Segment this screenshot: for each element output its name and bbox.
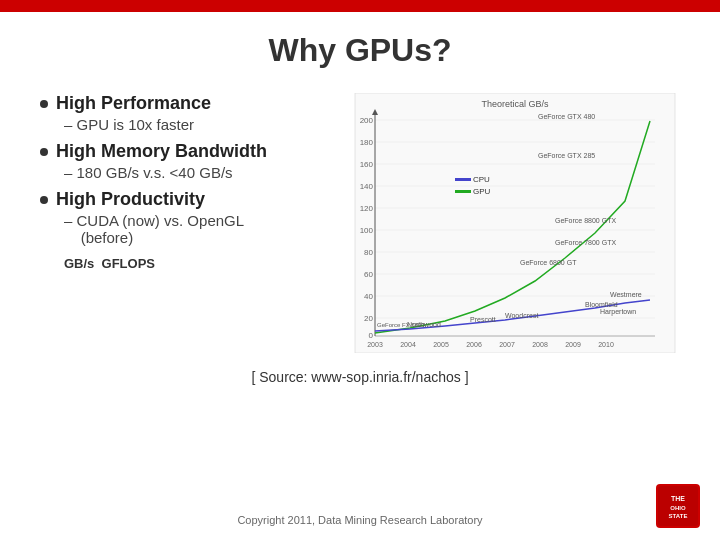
svg-text:20: 20 xyxy=(364,314,373,323)
svg-text:2005: 2005 xyxy=(433,341,449,348)
svg-text:GeForce GTX 285: GeForce GTX 285 xyxy=(538,152,595,159)
osu-logo-image: THE OHIO STATE xyxy=(656,484,700,528)
svg-text:2008: 2008 xyxy=(532,341,548,348)
svg-text:Prescott: Prescott xyxy=(470,316,496,323)
bullet-dot-1 xyxy=(40,100,48,108)
svg-text:2006: 2006 xyxy=(466,341,482,348)
svg-rect-34 xyxy=(455,178,471,181)
bullet-main-3: High Productivity xyxy=(40,189,340,210)
bullet-dot-2 xyxy=(40,148,48,156)
svg-text:40: 40 xyxy=(364,292,373,301)
left-column: High Performance GPU is 10x faster High … xyxy=(40,93,340,357)
chart-svg: Theoretical GB/s 200 180 160 140 120 100… xyxy=(350,93,680,353)
bullet-sub-2: 180 GB/s v.s. <40 GB/s xyxy=(64,164,340,181)
svg-text:200: 200 xyxy=(360,116,374,125)
source-text: [ Source: www-sop.inria.fr/nachos ] xyxy=(40,369,680,385)
bullet-sub-3: CUDA (now) vs. OpenGL (before) xyxy=(64,212,340,246)
svg-rect-36 xyxy=(455,190,471,193)
bullet-main-2: High Memory Bandwidth xyxy=(40,141,340,162)
content-area: High Performance GPU is 10x faster High … xyxy=(40,93,680,357)
svg-text:Theoretical GB/s: Theoretical GB/s xyxy=(481,99,549,109)
svg-text:GeForce 7800 GTX: GeForce 7800 GTX xyxy=(555,239,616,246)
svg-text:120: 120 xyxy=(360,204,374,213)
svg-text:Bloomfield: Bloomfield xyxy=(585,301,618,308)
svg-text:180: 180 xyxy=(360,138,374,147)
copyright-text: Copyright 2011, Data Mining Research Lab… xyxy=(237,514,482,526)
svg-text:GeForce 6800 GT: GeForce 6800 GT xyxy=(520,259,577,266)
svg-text:80: 80 xyxy=(364,248,373,257)
svg-text:140: 140 xyxy=(360,182,374,191)
svg-text:Woodcrest: Woodcrest xyxy=(505,312,538,319)
osu-logo: THE OHIO STATE xyxy=(656,484,700,528)
svg-text:2010: 2010 xyxy=(598,341,614,348)
svg-text:2003: 2003 xyxy=(367,341,383,348)
svg-text:Westmere: Westmere xyxy=(610,291,642,298)
gb-gflops-label: GB/s GFLOPS xyxy=(64,256,340,271)
svg-text:2009: 2009 xyxy=(565,341,581,348)
svg-text:Harpertown: Harpertown xyxy=(600,308,636,316)
svg-text:0: 0 xyxy=(369,331,374,340)
svg-text:60: 60 xyxy=(364,270,373,279)
svg-text:160: 160 xyxy=(360,160,374,169)
chart-area: Theoretical GB/s 200 180 160 140 120 100… xyxy=(350,93,680,357)
svg-text:2007: 2007 xyxy=(499,341,515,348)
top-bar xyxy=(0,0,720,12)
bullet-dot-3 xyxy=(40,196,48,204)
svg-text:CPU: CPU xyxy=(473,175,490,184)
svg-text:THE: THE xyxy=(671,495,685,502)
svg-text:GeForce GTX 480: GeForce GTX 480 xyxy=(538,113,595,120)
bullet-item-2: High Memory Bandwidth 180 GB/s v.s. <40 … xyxy=(40,141,340,181)
svg-text:STATE: STATE xyxy=(669,513,688,519)
slide-container: Why GPUs? High Performance GPU is 10x fa… xyxy=(0,12,720,540)
svg-text:GeForce 8800 GTX: GeForce 8800 GTX xyxy=(555,217,616,224)
slide-title: Why GPUs? xyxy=(40,32,680,69)
svg-text:2004: 2004 xyxy=(400,341,416,348)
bullet-item-3: High Productivity CUDA (now) vs. OpenGL … xyxy=(40,189,340,246)
bullet-sub-1: GPU is 10x faster xyxy=(64,116,340,133)
svg-text:100: 100 xyxy=(360,226,374,235)
svg-text:Northwood: Northwood xyxy=(407,321,441,328)
bullet-main-1: High Performance xyxy=(40,93,340,114)
svg-text:GPU: GPU xyxy=(473,187,491,196)
bullet-item-1: High Performance GPU is 10x faster xyxy=(40,93,340,133)
svg-text:OHIO: OHIO xyxy=(670,505,686,511)
